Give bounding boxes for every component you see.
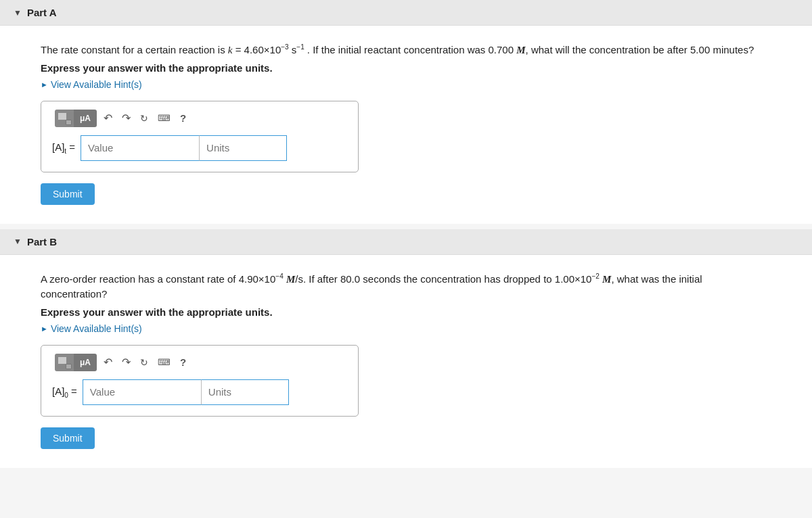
question-a-prefix: The rate constant for a certain reaction… (41, 44, 228, 55)
mu-icon-a[interactable]: μA (74, 110, 97, 127)
part-a-express: Express your answer with the appropriate… (41, 62, 771, 74)
part-b-title: Part B (27, 236, 57, 248)
part-b-submit[interactable]: Submit (41, 427, 95, 449)
part-b-body: A zero-order reaction has a constant rat… (0, 255, 812, 468)
doc-icon-a-sm (66, 120, 72, 125)
part-b-input-row: [A]0 = (52, 379, 347, 405)
part-b-hint[interactable]: ► View Available Hint(s) (41, 323, 771, 334)
help-btn-b[interactable]: ? (177, 355, 189, 369)
redo-btn-b[interactable]: ↷ (119, 354, 133, 370)
part-a-question: The rate constant for a certain reaction… (41, 42, 771, 58)
part-a-units-input[interactable] (199, 135, 287, 161)
question-b-prefix: A zero-order reaction has a constant rat… (41, 273, 286, 285)
hint-b-label: View Available Hint(s) (51, 323, 142, 334)
mu-label-b: μA (80, 358, 91, 367)
part-b-header: ▼ Part B (0, 229, 812, 255)
question-a-equals: = 4.60×10−3 s−1 (232, 44, 304, 55)
part-a-title: Part A (27, 7, 57, 18)
mu-label-a: μA (80, 114, 91, 123)
part-a-input-row: [A]t = (52, 135, 347, 161)
doc-icon-a (58, 112, 67, 120)
page: ▼ Part A The rate constant for a certain… (0, 0, 812, 518)
redo-btn-a[interactable]: ↷ (119, 110, 133, 126)
hint-b-arrow: ► (41, 325, 48, 333)
icon-block-a (55, 110, 74, 127)
icon-block-b (55, 354, 74, 371)
question-a-mid: . If the initial reactant concentration … (304, 44, 517, 55)
undo-btn-b[interactable]: ↶ (101, 354, 115, 370)
part-a-body: The rate constant for a certain reaction… (0, 26, 812, 224)
icon-group-a: μA (55, 110, 97, 127)
part-b-value-input[interactable] (83, 379, 201, 405)
part-b-question: A zero-order reaction has a constant rat… (41, 271, 771, 302)
question-a-end: , what will the concentration be after 5… (526, 44, 754, 55)
question-b-mid: /s. If after 80.0 seconds the concentrat… (295, 273, 602, 285)
part-a-answer-box: μA ↶ ↷ ↻ ⌨ ? [A]t = (41, 101, 359, 172)
undo-btn-a[interactable]: ↶ (101, 110, 115, 126)
part-a-label: [A]t = (52, 141, 75, 155)
part-b-toggle[interactable]: ▼ (14, 237, 22, 246)
part-b-express: Express your answer with the appropriate… (41, 306, 771, 318)
part-b-label: [A]0 = (52, 385, 77, 399)
M-label-a: M (516, 45, 525, 55)
reset-btn-b[interactable]: ↻ (137, 356, 151, 369)
hint-a-label: View Available Hint(s) (51, 79, 142, 90)
keyboard-btn-b[interactable]: ⌨ (155, 356, 173, 369)
reset-btn-a[interactable]: ↻ (137, 112, 151, 125)
part-a-section: ▼ Part A The rate constant for a certain… (0, 0, 812, 224)
M-label-b1: M (286, 274, 295, 285)
mu-icon-b[interactable]: μA (74, 354, 97, 371)
part-a-header: ▼ Part A (0, 0, 812, 26)
keyboard-btn-a[interactable]: ⌨ (155, 112, 173, 124)
part-a-value-input[interactable] (81, 135, 199, 161)
part-b-section: ▼ Part B A zero-order reaction has a con… (0, 229, 812, 468)
part-a-toggle[interactable]: ▼ (14, 8, 22, 18)
M-label-b2: M (602, 274, 611, 285)
help-btn-a[interactable]: ? (177, 111, 189, 125)
part-b-answer-box: μA ↶ ↷ ↻ ⌨ ? [A]0 = (41, 345, 359, 417)
part-b-toolbar: μA ↶ ↷ ↻ ⌨ ? (52, 354, 347, 371)
part-b-units-input[interactable] (201, 379, 289, 405)
part-a-toolbar: μA ↶ ↷ ↻ ⌨ ? (52, 110, 347, 127)
doc-icon-b (58, 356, 67, 364)
icon-group-b: μA (55, 354, 97, 371)
part-a-hint[interactable]: ► View Available Hint(s) (41, 79, 771, 90)
part-a-submit[interactable]: Submit (41, 183, 95, 205)
hint-a-arrow: ► (41, 80, 48, 89)
doc-icon-b-sm (66, 364, 72, 369)
